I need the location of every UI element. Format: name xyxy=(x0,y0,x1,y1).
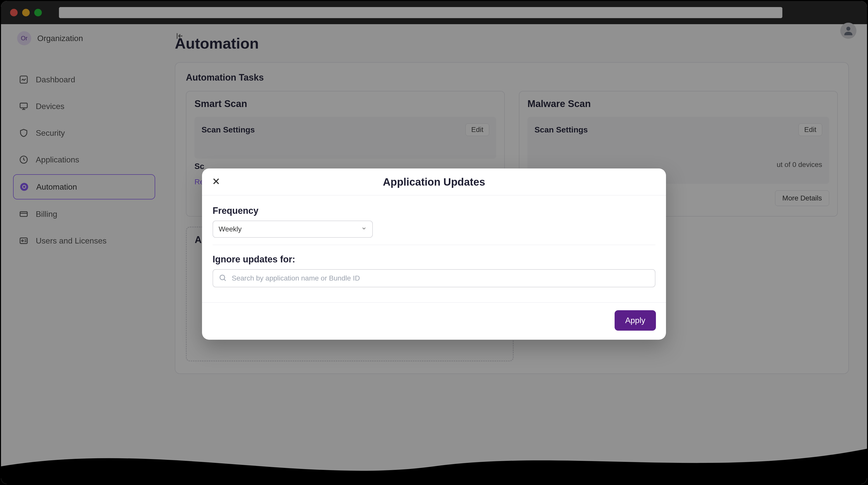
ignore-search-wrap xyxy=(213,269,655,287)
modal-title: Application Updates xyxy=(212,176,656,188)
apply-button[interactable]: Apply xyxy=(615,310,656,331)
modal-header: Application Updates xyxy=(202,168,666,195)
ignore-label: Ignore updates for: xyxy=(213,254,655,265)
frequency-label: Frequency xyxy=(213,205,655,216)
window-frame: Or Organization Dashboard Devices xyxy=(1,1,867,484)
close-modal-button[interactable] xyxy=(210,175,222,188)
modal-body: Frequency Weekly Ignore updates for: xyxy=(202,195,666,302)
search-icon xyxy=(219,274,227,283)
modal-footer: Apply xyxy=(202,302,666,340)
chevron-down-icon xyxy=(361,226,367,233)
application-updates-modal: Application Updates Frequency Weekly Ign… xyxy=(202,168,666,340)
frequency-value: Weekly xyxy=(219,225,242,233)
svg-point-10 xyxy=(220,275,225,280)
frequency-select[interactable]: Weekly xyxy=(213,221,373,238)
ignore-search-input[interactable] xyxy=(232,274,649,282)
